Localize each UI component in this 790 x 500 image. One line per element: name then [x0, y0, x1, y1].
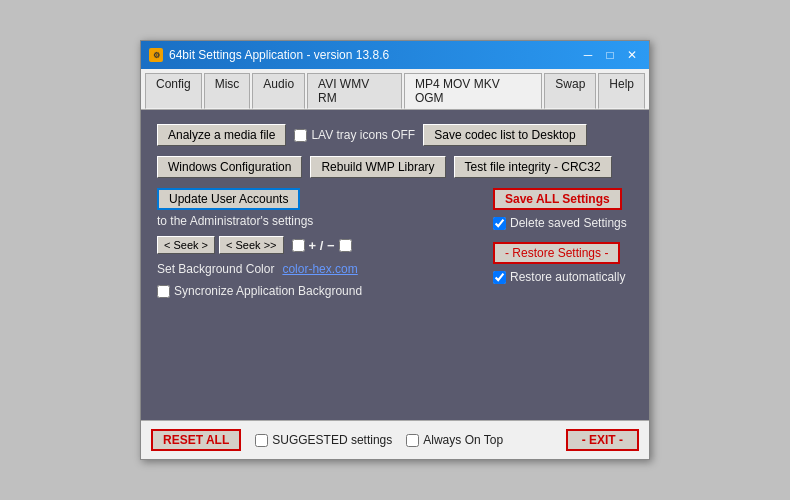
row-2: Windows Configuration Rebuild WMP Librar…: [157, 156, 633, 178]
tab-swap[interactable]: Swap: [544, 73, 596, 109]
color-hex-link[interactable]: color-hex.com: [282, 262, 357, 276]
sync-bg-checkbox-label[interactable]: Syncronize Application Background: [157, 284, 362, 298]
rebuild-wmp-button[interactable]: Rebuild WMP Library: [310, 156, 445, 178]
admin-text-row: to the Administrator's settings: [157, 214, 483, 228]
tab-mp4-mov-mkv-ogm[interactable]: MP4 MOV MKV OGM: [404, 73, 542, 109]
exit-container: - EXIT -: [566, 429, 639, 451]
sync-bg-checkbox[interactable]: [157, 285, 170, 298]
app-icon: ⚙: [149, 48, 163, 62]
restore-settings-button[interactable]: - Restore Settings -: [493, 242, 620, 264]
app-icon-label: ⚙: [153, 51, 160, 60]
windows-config-button[interactable]: Windows Configuration: [157, 156, 302, 178]
lav-tray-checkbox-label[interactable]: LAV tray icons OFF: [294, 128, 415, 142]
window-title: 64bit Settings Application - version 13.…: [169, 48, 579, 62]
seek-row: < Seek > < Seek >> + / −: [157, 236, 483, 254]
tab-audio[interactable]: Audio: [252, 73, 305, 109]
right-column: Save ALL Settings Delete saved Settings …: [493, 188, 633, 308]
delete-saved-label[interactable]: Delete saved Settings: [493, 216, 627, 230]
left-column: Update User Accounts to the Administrato…: [157, 188, 483, 308]
analyze-media-button[interactable]: Analyze a media file: [157, 124, 286, 146]
tab-bar: Config Misc Audio AVI WMV RM MP4 MOV MKV…: [141, 69, 649, 110]
set-bg-label: Set Background Color: [157, 262, 274, 276]
row-3-container: Update User Accounts to the Administrato…: [157, 188, 633, 308]
seek-checkbox[interactable]: [292, 239, 305, 252]
sync-bg-row: Syncronize Application Background: [157, 284, 483, 298]
restore-auto-label[interactable]: Restore automatically: [493, 270, 625, 284]
suggested-settings-label[interactable]: SUGGESTED settings: [255, 433, 392, 447]
main-window: ⚙ 64bit Settings Application - version 1…: [140, 40, 650, 460]
title-bar-controls: ─ □ ✕: [579, 47, 641, 63]
content-area: Analyze a media file LAV tray icons OFF …: [141, 110, 649, 420]
close-button[interactable]: ✕: [623, 47, 641, 63]
update-accounts-row: Update User Accounts: [157, 188, 483, 210]
suggested-settings-text: SUGGESTED settings: [272, 433, 392, 447]
row-1: Analyze a media file LAV tray icons OFF …: [157, 124, 633, 146]
update-accounts-button[interactable]: Update User Accounts: [157, 188, 300, 210]
exit-button[interactable]: - EXIT -: [566, 429, 639, 451]
title-bar: ⚙ 64bit Settings Application - version 1…: [141, 41, 649, 69]
seek-right-button[interactable]: < Seek >>: [219, 236, 283, 254]
restore-auto-text: Restore automatically: [510, 270, 625, 284]
seek-left-button[interactable]: < Seek >: [157, 236, 215, 254]
sync-bg-label: Syncronize Application Background: [174, 284, 362, 298]
minus-checkbox[interactable]: [339, 239, 352, 252]
save-codec-button[interactable]: Save codec list to Desktop: [423, 124, 586, 146]
suggested-settings-checkbox[interactable]: [255, 434, 268, 447]
test-integrity-button[interactable]: Test file integrity - CRC32: [454, 156, 612, 178]
bg-color-row: Set Background Color color-hex.com: [157, 262, 483, 276]
always-on-top-label[interactable]: Always On Top: [406, 433, 503, 447]
tab-misc[interactable]: Misc: [204, 73, 251, 109]
admin-text: to the Administrator's settings: [157, 214, 313, 228]
tab-help[interactable]: Help: [598, 73, 645, 109]
restore-auto-checkbox[interactable]: [493, 271, 506, 284]
plus-minus-text: + / −: [309, 238, 335, 253]
lav-tray-checkbox[interactable]: [294, 129, 307, 142]
lav-tray-label: LAV tray icons OFF: [311, 128, 415, 142]
bottom-bar: RESET ALL SUGGESTED settings Always On T…: [141, 420, 649, 459]
delete-saved-text: Delete saved Settings: [510, 216, 627, 230]
maximize-button[interactable]: □: [601, 47, 619, 63]
always-on-top-checkbox[interactable]: [406, 434, 419, 447]
save-all-button[interactable]: Save ALL Settings: [493, 188, 622, 210]
always-on-top-text: Always On Top: [423, 433, 503, 447]
tab-avi-wmv-rm[interactable]: AVI WMV RM: [307, 73, 402, 109]
delete-saved-checkbox[interactable]: [493, 217, 506, 230]
reset-all-button[interactable]: RESET ALL: [151, 429, 241, 451]
minimize-button[interactable]: ─: [579, 47, 597, 63]
tab-config[interactable]: Config: [145, 73, 202, 109]
